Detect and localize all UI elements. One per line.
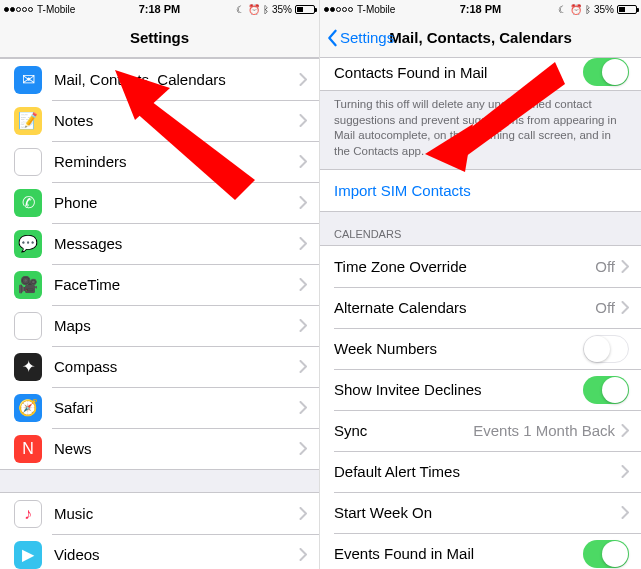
chevron-right-icon bbox=[299, 319, 307, 332]
row-label: Phone bbox=[54, 194, 299, 211]
chevron-right-icon bbox=[299, 237, 307, 250]
calendars-row[interactable]: Alternate CalendarsOff bbox=[320, 287, 641, 328]
row-label: Videos bbox=[54, 546, 299, 563]
row-label: Alternate Calendars bbox=[334, 299, 595, 316]
calendars-list: Time Zone OverrideOffAlternate Calendars… bbox=[320, 245, 641, 569]
toggle-switch[interactable] bbox=[583, 376, 629, 404]
battery-icon bbox=[295, 5, 315, 14]
settings-row[interactable]: 🎥FaceTime bbox=[0, 264, 319, 305]
nav-bar: Settings Mail, Contacts, Calendars bbox=[320, 18, 641, 58]
chevron-right-icon bbox=[621, 424, 629, 437]
toggle-switch[interactable] bbox=[583, 58, 629, 86]
calendars-header: CALENDARS bbox=[320, 212, 641, 245]
calendars-row[interactable]: Default Alert Times bbox=[320, 451, 641, 492]
row-label: Notes bbox=[54, 112, 299, 129]
calendars-row[interactable]: Events Found in Mail bbox=[320, 533, 641, 569]
chevron-right-icon bbox=[299, 548, 307, 561]
row-label: Week Numbers bbox=[334, 340, 583, 357]
row-label: Sync bbox=[334, 422, 473, 439]
chevron-right-icon bbox=[621, 465, 629, 478]
chevron-right-icon bbox=[299, 155, 307, 168]
contacts-found-group: Contacts Found in Mail bbox=[320, 58, 641, 91]
row-label: Safari bbox=[54, 399, 299, 416]
battery-icon bbox=[617, 5, 637, 14]
calendars-row[interactable]: Show Invitee Declines bbox=[320, 369, 641, 410]
chevron-right-icon bbox=[621, 260, 629, 273]
app-icon: ✦ bbox=[14, 353, 42, 381]
settings-row[interactable]: ✉Mail, Contacts, Calendars bbox=[0, 59, 319, 100]
chevron-right-icon bbox=[621, 506, 629, 519]
nav-bar: Settings bbox=[0, 18, 319, 58]
row-value: Off bbox=[595, 299, 615, 316]
app-icon: 🧭 bbox=[14, 394, 42, 422]
mail-contacts-calendars-screen: T-Mobile 7:18 PM ☾ ⏰ ᛒ 35% Settings Mail… bbox=[320, 0, 641, 569]
row-label: Default Alert Times bbox=[334, 463, 621, 480]
chevron-right-icon bbox=[299, 114, 307, 127]
nav-title: Mail, Contacts, Calendars bbox=[389, 29, 572, 46]
row-label: Messages bbox=[54, 235, 299, 252]
row-value: Off bbox=[595, 258, 615, 275]
row-label: Show Invitee Declines bbox=[334, 381, 583, 398]
chevron-right-icon bbox=[299, 360, 307, 373]
app-icon: ▶ bbox=[14, 541, 42, 569]
row-label: Time Zone Override bbox=[334, 258, 595, 275]
row-label: FaceTime bbox=[54, 276, 299, 293]
nav-title: Settings bbox=[130, 29, 189, 46]
back-button[interactable]: Settings bbox=[326, 18, 394, 57]
settings-row[interactable]: NNews bbox=[0, 428, 319, 469]
app-icon: 💬 bbox=[14, 230, 42, 258]
app-icon: 📝 bbox=[14, 107, 42, 135]
settings-row[interactable]: ✦Compass bbox=[0, 346, 319, 387]
contacts-found-in-mail-row[interactable]: Contacts Found in Mail bbox=[320, 58, 641, 90]
settings-row[interactable]: 🗺Maps bbox=[0, 305, 319, 346]
row-label: Contacts Found in Mail bbox=[334, 64, 583, 81]
calendars-row[interactable]: SyncEvents 1 Month Back bbox=[320, 410, 641, 451]
app-icon: ✆ bbox=[14, 189, 42, 217]
import-sim-group: Import SIM Contacts bbox=[320, 169, 641, 212]
chevron-right-icon bbox=[299, 507, 307, 520]
settings-row[interactable]: 📝Notes bbox=[0, 100, 319, 141]
app-icon: ♪ bbox=[14, 500, 42, 528]
app-icon: 🗺 bbox=[14, 312, 42, 340]
app-icon: 🎥 bbox=[14, 271, 42, 299]
settings-row[interactable]: ✆Phone bbox=[0, 182, 319, 223]
clock-label: 7:18 PM bbox=[320, 3, 641, 15]
contacts-found-footer: Turning this off will delete any unconfi… bbox=[320, 91, 641, 169]
settings-row[interactable]: 🧭Safari bbox=[0, 387, 319, 428]
settings-row[interactable]: ♪Music bbox=[0, 493, 319, 534]
row-label: Events Found in Mail bbox=[334, 545, 583, 562]
row-value: Events 1 Month Back bbox=[473, 422, 615, 439]
app-icon: ☑ bbox=[14, 148, 42, 176]
settings-row[interactable]: ☑Reminders bbox=[0, 141, 319, 182]
app-icon: N bbox=[14, 435, 42, 463]
toggle-switch[interactable] bbox=[583, 335, 629, 363]
clock-label: 7:18 PM bbox=[0, 3, 319, 15]
chevron-right-icon bbox=[299, 278, 307, 291]
status-bar: T-Mobile 7:18 PM ☾ ⏰ ᛒ 35% bbox=[0, 0, 319, 18]
calendars-row[interactable]: Week Numbers bbox=[320, 328, 641, 369]
calendars-row[interactable]: Time Zone OverrideOff bbox=[320, 246, 641, 287]
chevron-right-icon bbox=[621, 301, 629, 314]
status-bar: T-Mobile 7:18 PM ☾ ⏰ ᛒ 35% bbox=[320, 0, 641, 18]
chevron-right-icon bbox=[299, 196, 307, 209]
toggle-switch[interactable] bbox=[583, 540, 629, 568]
chevron-right-icon bbox=[299, 73, 307, 86]
chevron-left-icon bbox=[326, 29, 338, 47]
row-label: News bbox=[54, 440, 299, 457]
settings-list-media: ♪Music▶Videos❖Photos & Camera📖iBooks bbox=[0, 492, 319, 569]
settings-screen: T-Mobile 7:18 PM ☾ ⏰ ᛒ 35% Settings ✉Mai… bbox=[0, 0, 320, 569]
chevron-right-icon bbox=[299, 442, 307, 455]
app-icon: ✉ bbox=[14, 66, 42, 94]
import-sim-contacts-row[interactable]: Import SIM Contacts bbox=[320, 170, 641, 211]
row-label: Music bbox=[54, 505, 299, 522]
row-label: Maps bbox=[54, 317, 299, 334]
settings-row[interactable]: ▶Videos bbox=[0, 534, 319, 569]
chevron-right-icon bbox=[299, 401, 307, 414]
back-label: Settings bbox=[340, 29, 394, 46]
row-label: Reminders bbox=[54, 153, 299, 170]
settings-row[interactable]: 💬Messages bbox=[0, 223, 319, 264]
row-label: Import SIM Contacts bbox=[334, 182, 629, 199]
settings-list: ✉Mail, Contacts, Calendars📝Notes☑Reminde… bbox=[0, 58, 319, 470]
calendars-row[interactable]: Start Week On bbox=[320, 492, 641, 533]
row-label: Mail, Contacts, Calendars bbox=[54, 71, 299, 88]
